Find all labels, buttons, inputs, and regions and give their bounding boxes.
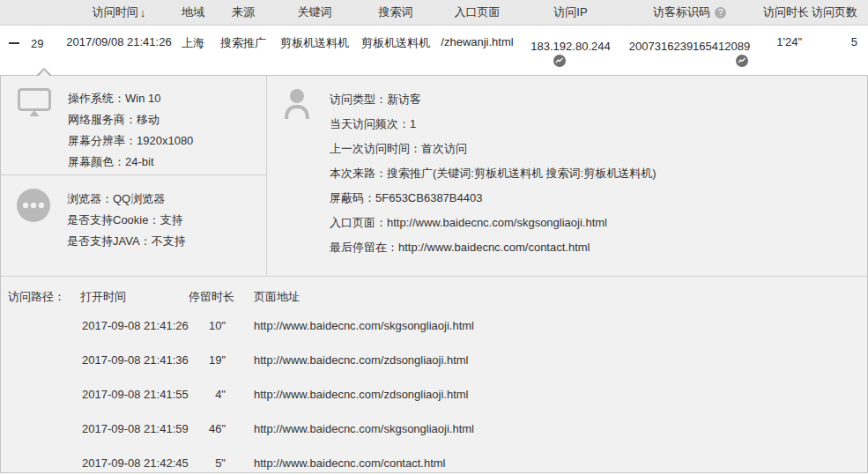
entry-page-value: /zhewanji.html bbox=[434, 26, 520, 75]
column-header-search-term: 搜索词 bbox=[357, 4, 434, 20]
visit-ip-value: 183.192.80.244 bbox=[520, 40, 621, 53]
ip-trend-chart-icon[interactable] bbox=[553, 55, 566, 67]
page-url: http://www.baidecnc.com/contact.html bbox=[248, 446, 445, 475]
duration-value: 1'24" bbox=[758, 26, 809, 75]
page-url: http://www.baidecnc.com/zdsongliaoji.htm… bbox=[248, 343, 469, 377]
pages-value: 5 bbox=[809, 26, 868, 75]
color-depth-line: 屏幕颜色：24-bit bbox=[68, 152, 193, 173]
monitor-icon bbox=[18, 88, 51, 117]
visit-path-label: 访问路径： bbox=[1, 285, 80, 308]
browser-info-lines: 浏览器：QQ浏览器 是否支持Cookie：支持 是否支持JAVA：不支持 bbox=[67, 189, 186, 276]
stay-duration: 19" bbox=[189, 343, 248, 377]
open-time: 2017-09-08 21:42:45 bbox=[80, 446, 189, 475]
referrer-line: 本次来路：搜索推广(关键词:剪板机送料机 搜索词:剪板机送料机) bbox=[330, 161, 657, 186]
visitor-id-trend-chart-icon[interactable] bbox=[736, 55, 748, 67]
sort-desc-icon: ↓ bbox=[140, 6, 146, 19]
visit-ip-cell: 183.192.80.244 bbox=[520, 26, 621, 75]
column-header-visit-ip: 访问IP bbox=[520, 4, 621, 20]
page-url: http://www.baidecnc.com/zdsongliaoji.htm… bbox=[248, 377, 469, 412]
stay-duration: 5" bbox=[189, 446, 248, 475]
column-header-visitor-id: 访客标识码 ? bbox=[621, 4, 758, 20]
open-time-header: 打开时间 bbox=[80, 285, 189, 308]
cookie-line: 是否支持Cookie：支持 bbox=[67, 210, 186, 231]
stay-duration: 4" bbox=[189, 377, 248, 412]
open-time: 2017-09-08 21:41:55 bbox=[80, 377, 189, 412]
system-info-box: 操作系统：Win 10 网络服务商：移动 屏幕分辨率：1920x1080 屏幕颜… bbox=[1, 76, 266, 175]
browser-icon bbox=[17, 189, 50, 222]
visitor-id-value: 2007316239165412089 bbox=[621, 40, 758, 53]
visit-time-label: 访问时间 bbox=[93, 4, 138, 20]
visit-time-value: 2017/09/08 21:41:26 bbox=[66, 26, 172, 75]
column-header-visit-time[interactable]: 访问时间 ↓ bbox=[66, 4, 172, 20]
open-time: 2017-09-08 21:41:26 bbox=[80, 308, 189, 343]
page-url-header: 页面地址 bbox=[248, 285, 300, 308]
java-line: 是否支持JAVA：不支持 bbox=[67, 231, 186, 252]
person-icon bbox=[281, 87, 313, 121]
page-url: http://www.baidecnc.com/skgsongliaoji.ht… bbox=[248, 308, 474, 343]
path-row: 2017-09-08 21:41:26 10" http://www.baide… bbox=[1, 308, 867, 343]
keyword-value: 剪板机送料机 bbox=[272, 26, 357, 75]
visit-type-line: 访问类型：新访客 bbox=[330, 87, 657, 112]
column-header-region: 地域 bbox=[172, 4, 214, 20]
visit-path-header: 访问路径： 打开时间 停留时长 页面地址 bbox=[1, 285, 867, 308]
detail-left-column: 操作系统：Win 10 网络服务商：移动 屏幕分辨率：1920x1080 屏幕颜… bbox=[1, 76, 267, 276]
visitor-id-cell: 2007316239165412089 bbox=[621, 26, 758, 75]
day-frequency-line: 当天访问频次：1 bbox=[330, 112, 657, 137]
open-time: 2017-09-08 21:41:59 bbox=[80, 412, 189, 446]
visitor-info-box: 访问类型：新访客 当天访问频次：1 上一次访问时间：首次访问 本次来路：搜索推广… bbox=[267, 76, 867, 276]
visitor-id-trend-icon-row bbox=[621, 55, 758, 71]
stay-duration: 46" bbox=[189, 412, 248, 446]
column-header-keyword: 关键词 bbox=[272, 4, 357, 20]
system-info-lines: 操作系统：Win 10 网络服务商：移动 屏幕分辨率：1920x1080 屏幕颜… bbox=[68, 88, 193, 174]
path-row: 2017-09-08 21:41:59 46" http://www.baide… bbox=[1, 412, 867, 446]
browser-info-box: 浏览器：QQ浏览器 是否支持Cookie：支持 是否支持JAVA：不支持 bbox=[1, 175, 266, 276]
entry-page-line: 入口页面：http://www.baidecnc.com/skgsongliao… bbox=[330, 211, 657, 235]
visit-log-header: 访问时间 ↓ 地域 来源 关键词 搜索词 入口页面 访问IP 访客标识码 ? 访… bbox=[0, 0, 868, 26]
detail-top-area: 操作系统：Win 10 网络服务商：移动 屏幕分辨率：1920x1080 屏幕颜… bbox=[1, 76, 867, 277]
visitor-info-lines: 访问类型：新访客 当天访问频次：1 上一次访问时间：首次访问 本次来路：搜索推广… bbox=[330, 87, 657, 276]
stay-duration-header: 停留时长 bbox=[189, 285, 248, 308]
region-value: 上海 bbox=[172, 26, 214, 75]
path-row: 2017-09-08 21:41:55 4" http://www.baidec… bbox=[1, 377, 867, 412]
visit-path-section: 访问路径： 打开时间 停留时长 页面地址 2017-09-08 21:41:26… bbox=[1, 277, 867, 475]
ip-trend-icon-row bbox=[520, 55, 621, 71]
search-term-value: 剪板机送料机 bbox=[357, 26, 434, 75]
help-icon[interactable]: ? bbox=[715, 7, 726, 19]
column-header-duration: 访问时长 bbox=[758, 4, 809, 20]
block-code-line: 屏蔽码：5F653CB6387B4403 bbox=[330, 186, 657, 211]
isp-line: 网络服务商：移动 bbox=[68, 109, 193, 130]
column-header-pages: 访问页数 bbox=[809, 4, 868, 20]
column-header-source: 来源 bbox=[214, 4, 272, 20]
browser-line: 浏览器：QQ浏览器 bbox=[67, 189, 186, 210]
open-time: 2017-09-08 21:41:36 bbox=[80, 343, 189, 377]
source-value: 搜索推广 bbox=[214, 26, 272, 75]
column-header-entry-page: 入口页面 bbox=[434, 4, 520, 20]
last-page-line: 最后停留在：http://www.baidecnc.com/contact.ht… bbox=[330, 235, 657, 260]
path-row: 2017-09-08 21:41:36 19" http://www.baide… bbox=[1, 343, 867, 377]
resolution-line: 屏幕分辨率：1920x1080 bbox=[68, 130, 193, 152]
visitor-detail-panel: 操作系统：Win 10 网络服务商：移动 屏幕分辨率：1920x1080 屏幕颜… bbox=[0, 75, 868, 473]
last-visit-line: 上一次访问时间：首次访问 bbox=[330, 137, 657, 161]
stay-duration: 10" bbox=[189, 308, 248, 343]
collapse-row-button[interactable] bbox=[9, 42, 19, 44]
page-url: http://www.baidecnc.com/skgsongliaoji.ht… bbox=[248, 412, 474, 446]
path-row: 2017-09-08 21:42:45 5" http://www.baidec… bbox=[1, 446, 867, 475]
os-line: 操作系统：Win 10 bbox=[68, 88, 193, 109]
visitor-row: 29 2017/09/08 21:41:26 上海 搜索推广 剪板机送料机 剪板… bbox=[0, 26, 868, 75]
row-index-cell: 29 bbox=[0, 26, 66, 75]
